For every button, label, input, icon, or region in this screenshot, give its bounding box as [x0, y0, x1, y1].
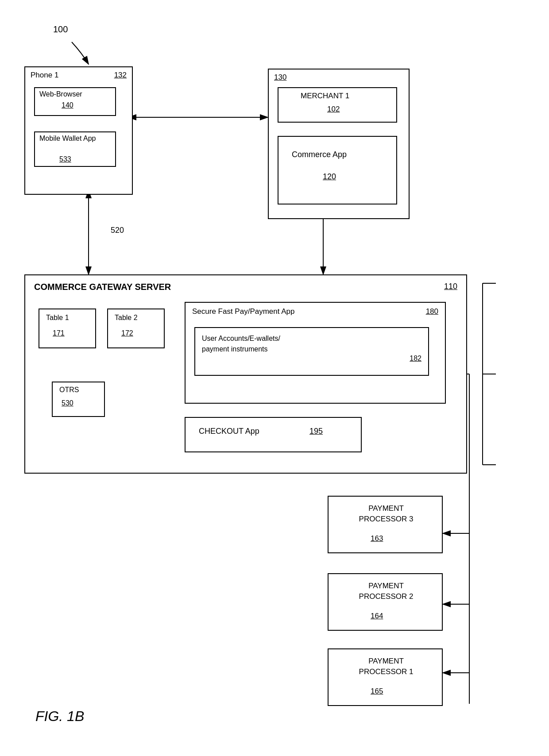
gateway-box: COMMERCE GATEWAY SERVER 110 Table 1 171 … [24, 274, 467, 474]
gateway-ref: 110 [444, 282, 457, 291]
pp2-ref: 164 [371, 612, 383, 621]
ref-100-label: 100 [53, 24, 68, 35]
pp2-label: PAYMENTPROCESSOR 2 [337, 581, 435, 602]
table1-label: Table 1 [46, 314, 69, 322]
commerce-app-ref: 120 [323, 172, 336, 181]
user-accounts-ref: 182 [410, 355, 421, 363]
merchant1-label: MERCHANT 1 [301, 92, 349, 100]
pp1-ref: 165 [371, 687, 383, 696]
pp3-label: PAYMENTPROCESSOR 3 [337, 503, 435, 525]
table2-box: Table 2 172 [107, 309, 165, 348]
pp1-box: PAYMENTPROCESSOR 1 165 [328, 648, 443, 706]
user-accounts-box: User Accounts/E-wallets/payment instrume… [194, 327, 429, 376]
table2-label: Table 2 [115, 314, 138, 322]
table1-box: Table 1 171 [39, 309, 96, 348]
commerce-app-box: Commerce App 120 [278, 136, 397, 204]
gateway-label: COMMERCE GATEWAY SERVER [34, 282, 171, 292]
web-browser-ref: 140 [62, 101, 73, 109]
pp1-label: PAYMENTPROCESSOR 1 [337, 656, 435, 677]
checkout-app-box: CHECKOUT App 195 [185, 417, 362, 452]
otrs-box: OTRS 530 [52, 382, 105, 417]
phone-label: Phone 1 [31, 71, 58, 80]
otrs-ref: 530 [62, 399, 73, 407]
web-browser-box: Web-Browser 140 [34, 87, 116, 116]
mobile-wallet-box: Mobile Wallet App 533 [34, 131, 116, 167]
arrow-520-label: 520 [111, 226, 124, 235]
web-browser-label: Web-Browser [39, 90, 82, 98]
checkout-app-label: CHECKOUT App [199, 427, 259, 436]
payment-app-ref: 180 [426, 307, 438, 316]
merchant1-ref: 102 [327, 105, 340, 114]
pp3-box: PAYMENTPROCESSOR 3 163 [328, 496, 443, 553]
phone-ref: 132 [114, 71, 127, 80]
mobile-wallet-ref: 533 [59, 155, 71, 163]
checkout-app-ref: 195 [309, 427, 323, 436]
pp2-box: PAYMENTPROCESSOR 2 164 [328, 573, 443, 631]
otrs-label: OTRS [59, 386, 79, 394]
merchant-outer-ref: 130 [274, 73, 286, 82]
table1-ref: 171 [53, 329, 65, 337]
payment-app-label: Secure Fast Pay/Payment App [192, 307, 295, 316]
commerce-app-label: Commerce App [292, 150, 347, 159]
user-accounts-label: User Accounts/E-wallets/payment instrume… [202, 333, 280, 355]
pp3-ref: 163 [371, 534, 383, 543]
mobile-wallet-label: Mobile Wallet App [39, 135, 96, 143]
merchant-outer-box: 130 MERCHANT 1 102 Commerce App 120 [268, 69, 410, 219]
table2-ref: 172 [121, 329, 133, 337]
payment-app-box: Secure Fast Pay/Payment App 180 User Acc… [185, 302, 446, 404]
figure-label: FIG. 1B [35, 708, 84, 725]
merchant1-box: MERCHANT 1 102 [278, 87, 397, 123]
diagram: 100 Phone 1 132 Web-Browser 140 Mobile W… [0, 0, 549, 756]
phone-box: Phone 1 132 Web-Browser 140 Mobile Walle… [24, 66, 133, 195]
